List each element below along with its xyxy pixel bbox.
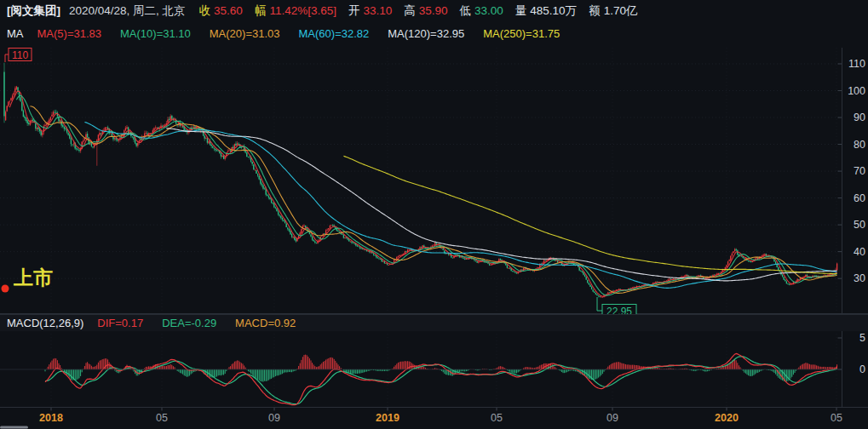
price-axis-label: 110 [848,58,865,70]
price-axis-label: 50 [854,219,865,231]
price-axis-label: 90 [854,112,865,123]
stock-chart-app: [阅文集团] 2020/04/28, 周二, 北京 收35.60幅11.42%[… [0,0,868,429]
price-axis-label: 30 [854,272,865,284]
time-axis-label: 09 [606,412,618,424]
time-axis-label: 05 [491,412,503,424]
chart-canvas[interactable]: 1101009080706050403050201805092019050920… [0,0,868,429]
price-axis-label: 80 [854,139,865,151]
ma-lines-layer [9,91,836,296]
high-price-marker-label: 110 [12,49,28,61]
macd-layer [0,353,842,404]
dea-line [45,357,837,404]
horizontal-scrollbar-thumb[interactable] [0,426,28,429]
macd-legend-item: DEA=-0.29 [162,317,216,329]
ma-line-250 [343,156,836,273]
ma-line-10 [16,95,836,295]
listing-event-label: 上市 [13,266,53,289]
macd-legend-item: MACD=0.92 [235,317,296,329]
price-axis-label: 70 [854,165,865,177]
time-axis-label: 2019 [376,412,400,424]
price-axis-label: 100 [848,85,865,97]
listing-event-dot [2,285,9,293]
macd-axis-label: 5 [859,332,865,344]
time-axis-label: 05 [156,412,168,424]
macd-axis-label: 0 [859,363,865,375]
price-axis-label: 60 [854,192,865,204]
macd-legend-title: MACD(12,26,9) [7,317,83,329]
macd-legend-bar[interactable]: MACD(12,26,9) DIF=0.17DEA=-0.29MACD=0.92 [0,314,868,331]
dif-line [45,353,837,404]
price-axis-label: 40 [854,246,865,258]
macd-legend-item: DIF=0.17 [97,317,143,329]
macd-legend-items: DIF=0.17DEA=-0.29MACD=0.92 [97,317,314,329]
time-axis-label: 09 [268,412,280,424]
candles-layer [4,63,837,298]
time-axis-label: 05 [831,412,842,424]
ma-line-20 [30,106,836,294]
ma-line-60 [84,123,836,289]
markers-layer: 11022.95上市 [2,49,637,317]
time-axis-label: 2020 [715,412,739,424]
ma-line-5 [9,91,836,296]
time-axis-label: 2018 [39,412,63,424]
